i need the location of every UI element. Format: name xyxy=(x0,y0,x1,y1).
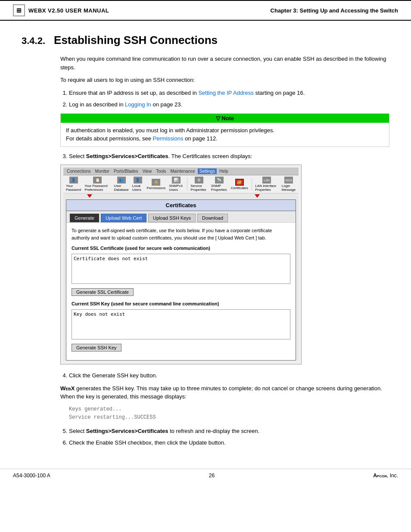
code-block: Keys generated... Service restarting...S… xyxy=(69,405,389,422)
step-2: Log in as described in Logging In on pag… xyxy=(69,100,389,109)
nav-connections[interactable]: Connections xyxy=(65,168,93,174)
intro-para2: To require all users to log in using an … xyxy=(60,76,389,84)
footer-right: Apcon, Inc. xyxy=(373,473,398,479)
ui-screenshot-container: Connections Monitor Ports/Blades View To… xyxy=(60,165,302,364)
arrow-left xyxy=(87,194,92,198)
generate-ssl-button[interactable]: Generate SSL Certificate xyxy=(72,288,134,296)
lan-icon: LAN xyxy=(262,177,271,184)
ip-address-link[interactable]: Setting the IP Address xyxy=(198,90,253,96)
ssh-label: Current SSH Key (used for secure command… xyxy=(72,300,290,308)
code-line2: Service restarting...SUCCESS xyxy=(69,414,389,422)
section-heading: 3.4.2. Establishing SSH Connections xyxy=(22,34,389,47)
webx-icon: ⊞ xyxy=(13,4,25,16)
arrow-right xyxy=(255,194,260,198)
intro-para1: When you require command line communicat… xyxy=(60,55,389,72)
note-header: ▽ Note xyxy=(61,114,389,123)
section-number: 3.4.2. xyxy=(22,35,45,47)
ui-screenshot: Connections Monitor Ports/Blades View To… xyxy=(63,168,299,361)
step-list-1-2: Ensure that an IP address is set up, as … xyxy=(60,89,389,109)
divider1 xyxy=(187,178,187,191)
step-list-3: Select Settings>Services>Certificates. T… xyxy=(60,152,389,161)
icon-login-msg[interactable]: MSG Login Message xyxy=(282,177,296,192)
icon-snmp-props[interactable]: 📡 SNMP Properties xyxy=(211,177,227,192)
icon-snmpv3[interactable]: 📊 SNMPv3 Users xyxy=(169,177,183,192)
note-line3: on page 112. xyxy=(183,135,218,142)
password-icon: 👤 xyxy=(69,177,78,184)
footer-left: A54-3000-100 A xyxy=(13,473,50,479)
tab-download[interactable]: Download xyxy=(197,214,228,222)
note-title: ▽ Note xyxy=(216,115,234,121)
page-content: 3.4.2. Establishing SSH Connections When… xyxy=(0,21,411,460)
icon-user-db[interactable]: 👥 User Database xyxy=(114,177,129,192)
permissions-icon: 🔒 xyxy=(152,179,160,186)
step4-text: Click the Generate SSH key button. xyxy=(69,372,157,379)
code-line1: Keys generated... xyxy=(69,405,389,414)
snmpv3-icon: 📊 xyxy=(172,177,181,184)
tab-upload-web-cert[interactable]: Upload Web Cert xyxy=(101,214,146,222)
step-list-4: Click the Generate SSH key button. xyxy=(60,371,389,380)
nav-view[interactable]: View xyxy=(141,168,154,174)
chapter-title: Chapter 3: Setting Up and Accessing the … xyxy=(271,7,398,14)
certificates-panel: Certificates Generate Upload Web Cert Up… xyxy=(66,199,296,361)
icon-certificates[interactable]: 🔐 Certificates xyxy=(231,179,248,190)
webx-brand: WebX xyxy=(60,385,75,392)
certificates-icon: 🔐 xyxy=(235,179,244,186)
step5-bold: Settings>Services>Certificates xyxy=(86,428,168,434)
nav-settings[interactable]: Settings xyxy=(198,168,217,174)
nav-monitor[interactable]: Monitor xyxy=(93,168,111,174)
step4-para-text: generates the SSH key. This may take up … xyxy=(60,385,382,400)
note-box: ▽ Note If authentication is enabled, you… xyxy=(60,113,389,147)
cert-body: To generate a self-signed web certificat… xyxy=(66,223,296,360)
ssh-textarea[interactable]: Key does not exist xyxy=(72,309,290,339)
local-users-icon: 👤 xyxy=(134,177,142,184)
permissions-link[interactable]: Permissions xyxy=(153,135,184,142)
note-line1: If authentication is enabled, you must l… xyxy=(66,127,274,134)
step-3: Select Settings>Services>Certificates. T… xyxy=(69,152,389,161)
service-props-icon: ⚙ xyxy=(195,177,203,184)
icon-lan[interactable]: LAN LAN Interface Properties xyxy=(255,177,278,192)
nav-tools[interactable]: Tools xyxy=(154,168,168,174)
login-msg-icon: MSG xyxy=(284,177,293,184)
manual-title: WebX v2.50 User Manual xyxy=(28,7,109,14)
footer-center: 26 xyxy=(209,473,215,479)
cert-body-text: To generate a self-signed web certificat… xyxy=(72,227,290,241)
page-header: ⊞ WebX v2.50 User Manual Chapter 3: Sett… xyxy=(0,0,411,21)
step6-text: Check the Enable SSH checkbox, then clic… xyxy=(69,439,226,446)
cert-tabs: Generate Upload Web Cert Upload SSH Keys… xyxy=(66,211,296,223)
step-list-5-6: Select Settings>Services>Certificates to… xyxy=(60,427,389,447)
step3-bold: Settings>Services>Certificates xyxy=(86,153,168,159)
tab-generate[interactable]: Generate xyxy=(70,214,99,222)
tab-upload-ssh[interactable]: Upload SSH Keys xyxy=(148,214,196,222)
step-6: Check the Enable SSH checkbox, then clic… xyxy=(69,439,389,447)
page-footer: A54-3000-100 A 26 Apcon, Inc. xyxy=(0,469,411,482)
user-db-icon: 👥 xyxy=(117,177,126,184)
preferences-icon: 📋 xyxy=(93,177,102,184)
cert-panel-title: Certificates xyxy=(66,200,296,211)
ui-icon-bar: 👤 Your Password 📋 Your Password Preferen… xyxy=(63,175,299,193)
nav-help[interactable]: Help xyxy=(218,168,230,174)
snmp-props-icon: 📡 xyxy=(215,177,224,184)
nav-ports[interactable]: Ports/Blades xyxy=(112,168,140,174)
divider2 xyxy=(252,178,252,191)
icon-permissions[interactable]: 🔒 Permissions xyxy=(147,179,166,190)
note-line2: For details about permissions, see xyxy=(66,135,153,142)
step-1: Ensure that an IP address is set up, as … xyxy=(69,89,389,97)
ui-top-nav: Connections Monitor Ports/Blades View To… xyxy=(63,168,299,175)
icon-local-users[interactable]: 👤 Local Users xyxy=(132,177,143,192)
header-left: ⊞ WebX v2.50 User Manual xyxy=(13,4,109,16)
logging-in-link[interactable]: Logging In xyxy=(125,101,151,108)
ssl-textarea[interactable]: Certificate does not exist xyxy=(72,254,290,284)
step-5: Select Settings>Services>Certificates to… xyxy=(69,427,389,436)
arrows-row xyxy=(63,193,299,199)
icon-preferences[interactable]: 📋 Your Password Preferences xyxy=(84,177,110,192)
nav-maintenance[interactable]: Maintenance xyxy=(169,168,197,174)
ssl-label: Current SSL Certificate (used for secure… xyxy=(72,245,290,252)
generate-ssh-button[interactable]: Generate SSH Key xyxy=(72,344,121,352)
step-4: Click the Generate SSH key button. xyxy=(69,371,389,380)
icon-service-props[interactable]: ⚙ Service Properties xyxy=(190,177,208,192)
note-body: If authentication is enabled, you must l… xyxy=(61,123,389,146)
step4-para: WebX generates the SSH key. This may tak… xyxy=(60,384,389,401)
icon-password[interactable]: 👤 Your Password xyxy=(66,177,81,192)
section-title: Establishing SSH Connections xyxy=(54,34,218,47)
